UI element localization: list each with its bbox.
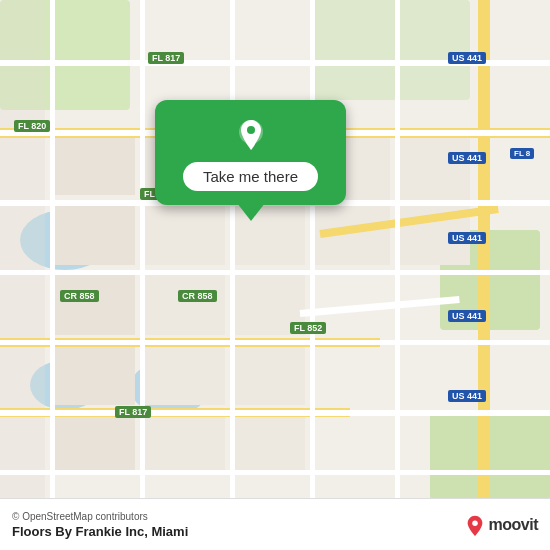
label-us441-mid3: US 441 [448, 310, 486, 322]
label-us441-bot: US 441 [448, 390, 486, 402]
label-us441-mid2: US 441 [448, 232, 486, 244]
popup-container: Take me there [155, 100, 346, 205]
moovit-pin-icon [464, 514, 486, 536]
label-cr858-mid: CR 858 [178, 290, 217, 302]
svg-point-1 [247, 126, 255, 134]
block [0, 0, 45, 550]
road-v4 [310, 0, 315, 550]
block [145, 345, 225, 405]
moovit-text: moovit [489, 516, 538, 534]
label-cr858-left: CR 858 [60, 290, 99, 302]
block [55, 345, 135, 405]
label-fl817-top: FL 817 [148, 52, 184, 64]
block [235, 415, 305, 475]
road-v3 [230, 0, 235, 550]
road-h4 [0, 270, 550, 275]
label-fl852: FL 852 [290, 322, 326, 334]
map-container: FL 817 FL 820 FL 820 FL 820 CR 858 CR 85… [0, 0, 550, 550]
attribution-text: © OpenStreetMap contributors [12, 511, 188, 522]
road-v5 [395, 0, 400, 550]
block [55, 205, 135, 265]
road-h6 [0, 410, 550, 416]
block [55, 135, 135, 195]
road-h7 [0, 470, 550, 475]
block [235, 345, 305, 405]
green-area [310, 0, 470, 100]
label-us441-top: US 441 [448, 52, 486, 64]
label-us441-mid1: US 441 [448, 152, 486, 164]
bottom-bar: © OpenStreetMap contributors Floors By F… [0, 498, 550, 550]
label-fl817-bot: FL 817 [115, 406, 151, 418]
block [55, 415, 135, 475]
road-v2 [140, 0, 145, 550]
block [145, 415, 225, 475]
business-name: Floors By Frankie Inc, Miami [12, 524, 188, 539]
svg-point-2 [472, 520, 478, 526]
road-h5 [0, 340, 550, 345]
popup-balloon: Take me there [155, 100, 346, 205]
green-area [430, 410, 550, 500]
location-pin-icon [233, 118, 269, 154]
road-us441 [478, 0, 490, 550]
take-me-there-button[interactable]: Take me there [183, 162, 318, 191]
label-fl82x: FL 8 [510, 148, 534, 159]
block [145, 275, 225, 335]
road-v1 [50, 0, 55, 550]
label-fl820-left: FL 820 [14, 120, 50, 132]
block [55, 275, 135, 335]
moovit-logo: moovit [464, 514, 538, 536]
block [145, 205, 225, 265]
